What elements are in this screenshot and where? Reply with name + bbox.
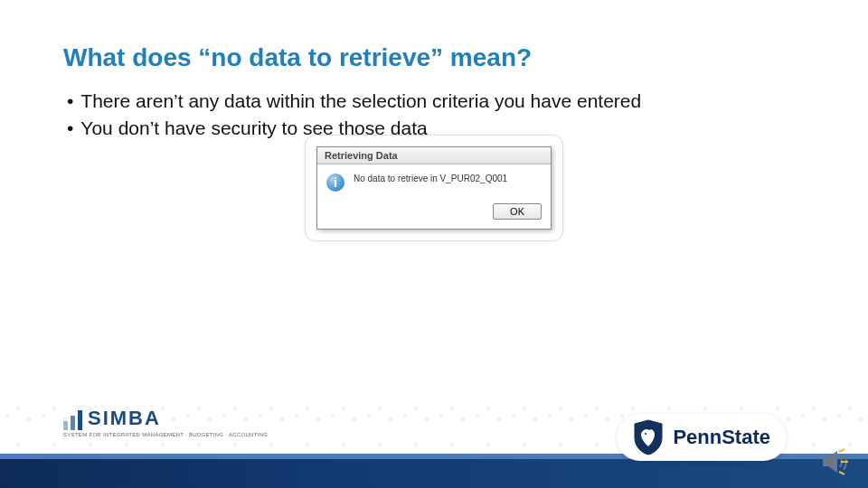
- bullet-dot-icon: •: [67, 116, 73, 141]
- shield-icon: [633, 419, 664, 455]
- simba-subtitle: SYSTEM FOR INTEGRATED MANAGEMENT · BUDGE…: [63, 432, 268, 437]
- pennstate-text: PennState: [673, 426, 770, 449]
- dialog-frame: Retrieving Data i No data to retrieve in…: [305, 135, 563, 241]
- bullet-list: • There aren’t any data within the selec…: [63, 89, 805, 142]
- bullet-dot-icon: •: [67, 89, 73, 114]
- speaker-icon: [821, 448, 852, 475]
- info-icon: i: [326, 174, 344, 192]
- svg-rect-1: [823, 457, 828, 466]
- bars-icon: [63, 410, 82, 430]
- svg-marker-2: [828, 451, 837, 473]
- pennstate-logo: PennState: [617, 414, 787, 461]
- dialog-screenshot: Retrieving Data i No data to retrieve in…: [63, 135, 805, 241]
- simba-name: SIMBA: [88, 407, 161, 430]
- svg-line-3: [839, 449, 844, 452]
- dialog-button-row: OK: [317, 199, 551, 229]
- simba-wordmark: SIMBA: [63, 407, 268, 430]
- svg-point-0: [645, 433, 646, 435]
- dialog-body: i No data to retrieve in V_PUR02_Q001: [317, 164, 551, 199]
- dialog-message: No data to retrieve in V_PUR02_Q001: [354, 174, 507, 183]
- retrieving-data-dialog: Retrieving Data i No data to retrieve in…: [316, 146, 552, 230]
- stripe-main: [0, 459, 868, 488]
- bullet-item: • There aren’t any data within the selec…: [63, 89, 805, 114]
- simba-logo: SIMBA SYSTEM FOR INTEGRATED MANAGEMENT ·…: [63, 407, 268, 437]
- ok-button[interactable]: OK: [493, 203, 542, 220]
- dialog-title: Retrieving Data: [317, 147, 551, 164]
- bullet-text: There aren’t any data within the selecti…: [80, 89, 805, 114]
- svg-line-5: [839, 472, 844, 474]
- slide: What does “no data to retrieve” mean? • …: [0, 0, 868, 488]
- slide-title: What does “no data to retrieve” mean?: [63, 43, 805, 72]
